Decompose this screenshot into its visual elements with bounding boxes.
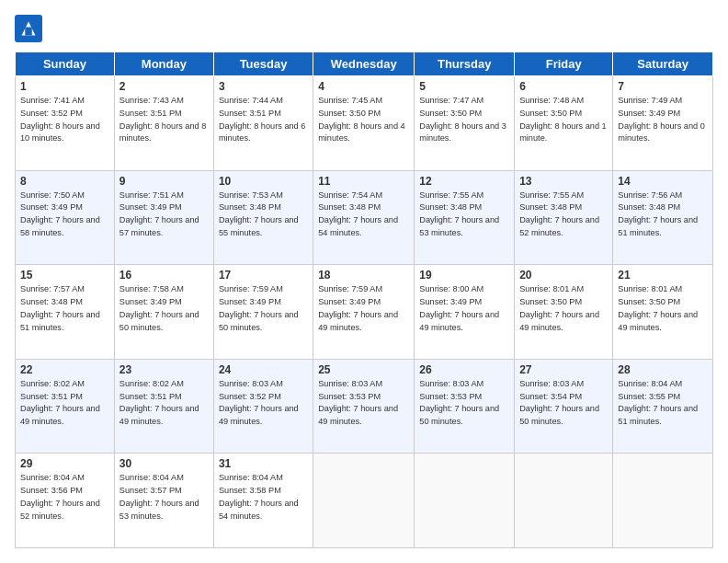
day-info: Sunrise: 8:01 AM Sunset: 3:50 PM Dayligh… [519,283,608,334]
daylight-label: Daylight: 7 hours and 54 minutes. [318,215,398,237]
daylight-label: Daylight: 7 hours and 50 minutes. [219,310,299,332]
sunrise-label: Sunrise: 7:54 AM [318,190,382,200]
sunset-label: Sunset: 3:57 PM [119,486,182,495]
sunset-label: Sunset: 3:55 PM [618,392,680,401]
sunset-label: Sunset: 3:53 PM [419,392,482,401]
day-number: 12 [419,175,509,188]
table-row: 21 Sunrise: 8:01 AM Sunset: 3:50 PM Dayl… [613,265,713,360]
table-row [313,454,415,548]
day-info: Sunrise: 7:58 AM Sunset: 3:49 PM Dayligh… [119,283,209,334]
daylight-label: Daylight: 7 hours and 51 minutes. [618,215,698,237]
daylight-label: Daylight: 7 hours and 52 minutes. [20,499,100,521]
sunset-label: Sunset: 3:49 PM [119,297,182,306]
table-row: 30 Sunrise: 8:04 AM Sunset: 3:57 PM Dayl… [114,454,213,548]
day-info: Sunrise: 7:55 AM Sunset: 3:48 PM Dayligh… [419,190,509,240]
sunrise-label: Sunrise: 8:03 AM [519,379,584,388]
sunset-label: Sunset: 3:51 PM [119,109,182,118]
day-info: Sunrise: 8:04 AM Sunset: 3:56 PM Dayligh… [20,472,109,523]
daylight-label: Daylight: 8 hours and 8 minutes. [119,121,207,144]
day-number: 25 [318,363,409,376]
header-tuesday: Tuesday [213,52,313,76]
day-number: 17 [219,269,308,282]
day-info: Sunrise: 8:04 AM Sunset: 3:57 PM Dayligh… [119,472,209,523]
day-info: Sunrise: 8:00 AM Sunset: 3:49 PM Dayligh… [419,283,509,334]
sunrise-label: Sunrise: 7:53 AM [219,190,283,200]
table-row: 6 Sunrise: 7:48 AM Sunset: 3:50 PM Dayli… [515,76,613,171]
sunset-label: Sunset: 3:50 PM [618,297,680,306]
table-row: 24 Sunrise: 8:03 AM Sunset: 3:52 PM Dayl… [213,359,313,454]
daylight-label: Daylight: 7 hours and 55 minutes. [219,215,299,237]
sunset-label: Sunset: 3:53 PM [318,392,381,401]
sunset-label: Sunset: 3:50 PM [519,109,582,118]
table-row: 29 Sunrise: 8:04 AM Sunset: 3:56 PM Dayl… [16,454,115,548]
calendar-row-2: 8 Sunrise: 7:50 AM Sunset: 3:49 PM Dayli… [16,170,713,265]
calendar-row-1: 1 Sunrise: 7:41 AM Sunset: 3:52 PM Dayli… [16,76,713,171]
daylight-label: Daylight: 7 hours and 50 minutes. [119,310,199,332]
daylight-label: Daylight: 7 hours and 50 minutes. [519,404,599,426]
daylight-label: Daylight: 7 hours and 49 minutes. [419,310,499,332]
sunset-label: Sunset: 3:48 PM [419,202,482,212]
table-row: 14 Sunrise: 7:56 AM Sunset: 3:48 PM Dayl… [613,170,713,265]
day-info: Sunrise: 8:02 AM Sunset: 3:51 PM Dayligh… [20,378,109,429]
day-number: 13 [519,175,608,188]
day-info: Sunrise: 8:04 AM Sunset: 3:58 PM Dayligh… [219,472,308,523]
table-row: 4 Sunrise: 7:45 AM Sunset: 3:50 PM Dayli… [313,76,415,171]
day-info: Sunrise: 7:41 AM Sunset: 3:52 PM Dayligh… [20,95,109,145]
daylight-label: Daylight: 7 hours and 49 minutes. [20,404,100,426]
daylight-label: Daylight: 7 hours and 49 minutes. [318,404,398,426]
day-number: 8 [20,175,109,188]
table-row: 8 Sunrise: 7:50 AM Sunset: 3:49 PM Dayli… [16,170,115,265]
day-number: 22 [20,363,109,376]
calendar-row-4: 22 Sunrise: 8:02 AM Sunset: 3:51 PM Dayl… [16,359,713,454]
day-info: Sunrise: 7:55 AM Sunset: 3:48 PM Dayligh… [519,190,608,240]
day-info: Sunrise: 7:56 AM Sunset: 3:48 PM Dayligh… [618,190,708,240]
sunrise-label: Sunrise: 7:51 AM [119,190,184,200]
day-number: 30 [119,457,209,470]
daylight-label: Daylight: 8 hours and 1 minute. [519,121,607,144]
sunrise-label: Sunrise: 8:03 AM [419,379,483,388]
header-monday: Monday [114,52,213,76]
daylight-label: Daylight: 7 hours and 51 minutes. [618,404,698,426]
sunrise-label: Sunrise: 7:55 AM [519,190,584,200]
weekday-header-row: Sunday Monday Tuesday Wednesday Thursday… [16,52,713,76]
sunset-label: Sunset: 3:49 PM [318,297,381,306]
day-info: Sunrise: 7:44 AM Sunset: 3:51 PM Dayligh… [219,95,308,145]
day-info: Sunrise: 8:04 AM Sunset: 3:55 PM Dayligh… [618,378,708,429]
day-number: 3 [219,80,308,93]
day-info: Sunrise: 7:51 AM Sunset: 3:49 PM Dayligh… [119,190,209,240]
sunset-label: Sunset: 3:51 PM [20,392,83,401]
sunset-label: Sunset: 3:49 PM [618,109,680,118]
day-number: 10 [219,175,308,188]
daylight-label: Daylight: 7 hours and 49 minutes. [618,310,698,332]
day-number: 14 [618,175,708,188]
header-friday: Friday [515,52,613,76]
table-row: 1 Sunrise: 7:41 AM Sunset: 3:52 PM Dayli… [16,76,115,171]
day-number: 15 [20,269,109,282]
table-row: 15 Sunrise: 7:57 AM Sunset: 3:48 PM Dayl… [16,265,115,360]
sunset-label: Sunset: 3:54 PM [519,392,582,401]
table-row [415,454,515,548]
sunrise-label: Sunrise: 7:49 AM [618,96,682,105]
sunset-label: Sunset: 3:50 PM [519,297,582,306]
sunrise-label: Sunrise: 8:02 AM [20,379,85,388]
sunset-label: Sunset: 3:52 PM [219,392,281,401]
day-info: Sunrise: 7:57 AM Sunset: 3:48 PM Dayligh… [20,283,109,334]
day-number: 23 [119,363,209,376]
sunset-label: Sunset: 3:48 PM [519,202,582,212]
sunset-label: Sunset: 3:49 PM [20,202,83,212]
table-row: 28 Sunrise: 8:04 AM Sunset: 3:55 PM Dayl… [613,359,713,454]
daylight-label: Daylight: 8 hours and 10 minutes. [20,121,100,144]
sunset-label: Sunset: 3:48 PM [618,202,680,212]
header-saturday: Saturday [613,52,713,76]
sunrise-label: Sunrise: 8:04 AM [618,379,682,388]
daylight-label: Daylight: 7 hours and 49 minutes. [119,404,199,426]
day-info: Sunrise: 8:02 AM Sunset: 3:51 PM Dayligh… [119,378,209,429]
sunrise-label: Sunrise: 8:04 AM [20,473,85,482]
day-number: 5 [419,80,509,93]
daylight-label: Daylight: 8 hours and 3 minutes. [419,121,506,144]
daylight-label: Daylight: 7 hours and 53 minutes. [119,499,199,521]
day-number: 21 [618,269,708,282]
sunrise-label: Sunrise: 7:59 AM [318,284,382,293]
sunset-label: Sunset: 3:48 PM [20,297,83,306]
daylight-label: Daylight: 7 hours and 51 minutes. [20,310,100,332]
